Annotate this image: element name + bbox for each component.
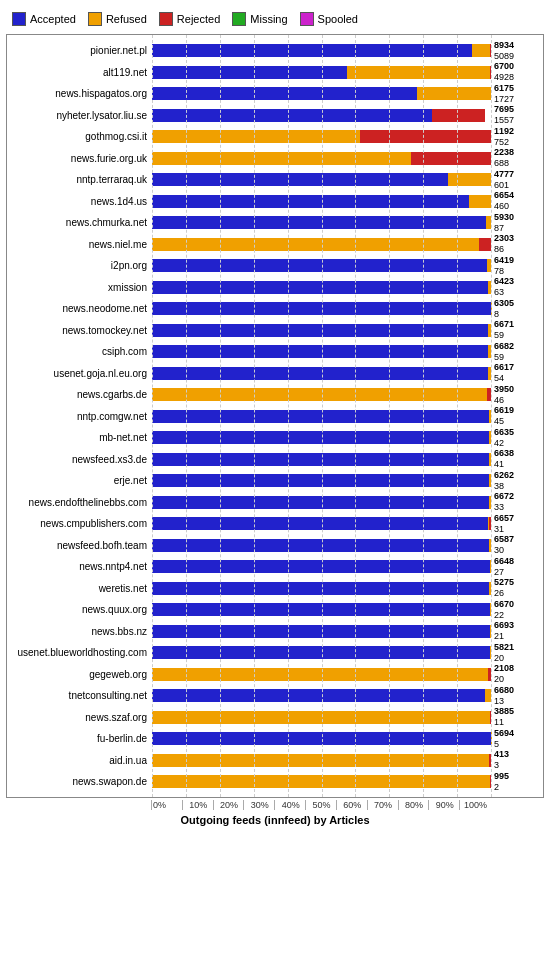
bar-cell bbox=[152, 216, 491, 230]
val-primary: 6670 bbox=[494, 599, 514, 609]
bar-segment-accepted bbox=[152, 453, 489, 466]
legend-item-missing: Missing bbox=[232, 12, 287, 26]
bar-row: usenet.goja.nl.eu.org661754 bbox=[7, 363, 543, 383]
val-secondary: 21 bbox=[494, 631, 504, 641]
bar-segment-rejected bbox=[411, 152, 491, 165]
bar-cell bbox=[152, 65, 491, 79]
bar-label: news.chmurka.net bbox=[7, 217, 152, 228]
bar-row: newsfeed.xs3.de663841 bbox=[7, 449, 543, 469]
chart-container: AcceptedRefusedRejectedMissingSpooled pi… bbox=[0, 0, 550, 866]
bar-values: 661945 bbox=[491, 405, 549, 427]
bar-cell bbox=[152, 624, 491, 638]
bar-row: fu-berlin.de56945 bbox=[7, 729, 543, 749]
val-secondary: 688 bbox=[494, 158, 509, 168]
val-primary: 6700 bbox=[494, 61, 514, 71]
bar-row: alt119.net67004928 bbox=[7, 62, 543, 82]
bar-label: gothmog.csi.it bbox=[7, 131, 152, 142]
bar-cell bbox=[152, 603, 491, 617]
val-secondary: 45 bbox=[494, 416, 504, 426]
legend-color-accepted bbox=[12, 12, 26, 26]
bar-values: 661754 bbox=[491, 362, 549, 384]
val-primary: 7695 bbox=[494, 104, 514, 114]
val-secondary: 11 bbox=[494, 717, 504, 727]
bar-segment-refused bbox=[488, 281, 491, 294]
bar-segment-rejected bbox=[489, 517, 491, 530]
bar-cell bbox=[152, 517, 491, 531]
val-secondary: 1557 bbox=[494, 115, 514, 125]
bar-segment-accepted bbox=[152, 216, 486, 229]
val-primary: 2238 bbox=[494, 147, 514, 157]
val-primary: 3885 bbox=[494, 706, 514, 716]
bar-row: csiph.com668259 bbox=[7, 342, 543, 362]
bar-label: news.tomockey.net bbox=[7, 325, 152, 336]
x-tick: 90% bbox=[428, 800, 459, 810]
bar-cell bbox=[152, 581, 491, 595]
legend-label-missing: Missing bbox=[250, 13, 287, 25]
val-primary: 6671 bbox=[494, 319, 514, 329]
val-primary: 6305 bbox=[494, 298, 514, 308]
bar-row: news.quux.org667022 bbox=[7, 600, 543, 620]
bar-label: alt119.net bbox=[7, 67, 152, 78]
bar-cell bbox=[152, 87, 491, 101]
bar-label: newsfeed.bofh.team bbox=[7, 540, 152, 551]
val-primary: 2303 bbox=[494, 233, 514, 243]
val-primary: 2108 bbox=[494, 663, 514, 673]
bar-cell bbox=[152, 560, 491, 574]
bar-cell bbox=[152, 108, 491, 122]
val-primary: 5275 bbox=[494, 577, 514, 587]
bar-row: mb-net.net663542 bbox=[7, 428, 543, 448]
x-tick: 10% bbox=[182, 800, 213, 810]
val-secondary: 20 bbox=[494, 674, 504, 684]
legend-color-missing bbox=[232, 12, 246, 26]
bar-label: pionier.net.pl bbox=[7, 45, 152, 56]
val-secondary: 22 bbox=[494, 610, 504, 620]
bar-segment-accepted bbox=[152, 646, 490, 659]
bar-cell bbox=[152, 431, 491, 445]
x-tick: 80% bbox=[398, 800, 429, 810]
bar-cell bbox=[152, 194, 491, 208]
val-secondary: 30 bbox=[494, 545, 504, 555]
val-secondary: 33 bbox=[494, 502, 504, 512]
bar-segment-rejected bbox=[432, 109, 485, 122]
val-secondary: 42 bbox=[494, 438, 504, 448]
val-primary: 6657 bbox=[494, 513, 514, 523]
val-primary: 6587 bbox=[494, 534, 514, 544]
bar-row: usenet.blueworldhosting.com582120 bbox=[7, 643, 543, 663]
bar-cell bbox=[152, 151, 491, 165]
bar-row: news.tomockey.net667159 bbox=[7, 320, 543, 340]
val-primary: 5694 bbox=[494, 728, 514, 738]
val-secondary: 8 bbox=[494, 309, 499, 319]
bar-segment-refused bbox=[485, 689, 491, 702]
bar-values: 6654460 bbox=[491, 190, 549, 212]
bar-label: usenet.blueworldhosting.com bbox=[7, 647, 152, 658]
bar-segment-refused bbox=[347, 66, 490, 79]
bar-segment-refused bbox=[487, 259, 491, 272]
bar-segment-accepted bbox=[152, 689, 485, 702]
bar-segment-refused bbox=[490, 603, 491, 616]
bar-values: 9952 bbox=[491, 771, 549, 793]
x-axis-label: Outgoing feeds (innfeed) by Articles bbox=[6, 814, 544, 826]
bar-segment-refused bbox=[490, 560, 491, 573]
bar-values: 593087 bbox=[491, 212, 549, 234]
bar-label: weretis.net bbox=[7, 583, 152, 594]
val-secondary: 41 bbox=[494, 459, 504, 469]
bar-row: news.bbs.nz669321 bbox=[7, 621, 543, 641]
bar-label: nntp.terraraq.uk bbox=[7, 174, 152, 185]
bar-cell bbox=[152, 775, 491, 789]
bar-row: news.swapon.de9952 bbox=[7, 772, 543, 792]
bar-cell bbox=[152, 710, 491, 724]
bar-values: 527526 bbox=[491, 577, 549, 599]
bar-values: 230386 bbox=[491, 233, 549, 255]
legend-label-refused: Refused bbox=[106, 13, 147, 25]
val-secondary: 460 bbox=[494, 201, 509, 211]
bar-segment-refused bbox=[152, 668, 488, 681]
bar-segment-refused bbox=[490, 625, 491, 638]
x-tick: 50% bbox=[305, 800, 336, 810]
bar-cell bbox=[152, 495, 491, 509]
bar-label: news.quux.org bbox=[7, 604, 152, 615]
bar-segment-accepted bbox=[152, 474, 489, 487]
bar-cell bbox=[152, 280, 491, 294]
bar-row: news.nntp4.net664827 bbox=[7, 557, 543, 577]
legend-label-spooled: Spooled bbox=[318, 13, 358, 25]
bar-cell bbox=[152, 538, 491, 552]
